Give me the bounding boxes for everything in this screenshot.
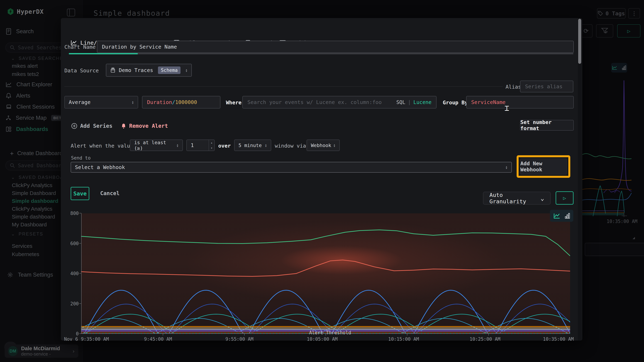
toggle-divider: | (408, 99, 411, 105)
text-cursor: ⌶ (504, 103, 509, 113)
alert-condition-select[interactable]: is at least (≥) ▴▾ (130, 140, 183, 151)
lucene-toggle[interactable]: Lucene (414, 99, 432, 105)
add-series-button[interactable]: Add Series (71, 123, 112, 129)
webhook-select[interactable]: Select a Webhook ▴▾ (71, 162, 512, 173)
where-search-input[interactable]: Search your events w/ Lucene ex. column:… (242, 96, 436, 108)
aggregation-select[interactable]: Average ▴▾ (64, 96, 138, 108)
alert-prefix-label: Alert when the value (71, 143, 133, 149)
hyperdx-app: HyperDX Search Saved Searches ⌄ SAVED SE… (0, 0, 644, 362)
remove-alert-button[interactable]: Remove Alert (121, 123, 168, 129)
chart-type-toggle[interactable] (550, 210, 573, 222)
granularity-select[interactable]: Auto Granularity ⌄ (483, 192, 550, 204)
y-tick-label: 0 (62, 331, 79, 337)
alert-window-select[interactable]: 5 minute ▴▾ (234, 140, 271, 151)
run-chart-button[interactable]: ▷ (556, 191, 574, 204)
where-label: Where (226, 100, 242, 106)
x-tick-label: 10:25:00 AM (470, 337, 500, 342)
select-chevrons-icon: ▴▾ (265, 144, 267, 147)
select-chevrons-icon: ▴▾ (334, 144, 336, 147)
x-tick-label: 10:15:00 AM (388, 337, 419, 342)
y-tick-label: 200 (62, 301, 79, 306)
active-tab-indicator (69, 53, 138, 54)
y-tick-label: 800 (62, 211, 79, 216)
set-number-format-button[interactable]: Set number format (520, 120, 574, 131)
tab-underline (69, 53, 573, 54)
over-label: over (218, 143, 231, 149)
series-field-input[interactable]: Duration/1000000 (142, 96, 220, 108)
x-tick-mark (407, 333, 407, 336)
field-token: Duration (147, 99, 172, 105)
alert-channel-select[interactable]: Webhook ▴▾ (306, 140, 340, 151)
schema-badge: Schema (158, 66, 180, 74)
chart-name-input[interactable]: Duration by Service Name (97, 41, 574, 53)
select-chevrons-icon: ▴▾ (176, 144, 178, 147)
x-tick-mark (326, 333, 326, 336)
scrollbar-thumb[interactable] (578, 19, 581, 64)
save-button[interactable]: Save (71, 187, 89, 200)
plus-circle-icon (71, 123, 77, 129)
x-tick-label: Nov 6 9:35:00 AM (64, 337, 109, 342)
chart-plot[interactable]: Alert Threshold (81, 213, 570, 334)
cancel-button[interactable]: Cancel (100, 190, 120, 196)
select-chevrons-icon: ▴▾ (506, 166, 508, 169)
x-tick-label: 10:35:00 AM (543, 337, 574, 342)
data-source-label: Data Source (64, 68, 99, 74)
add-new-webhook-button[interactable]: Add New Webhook (520, 159, 567, 175)
series-divider (64, 86, 503, 87)
line-chart-icon (554, 213, 560, 219)
send-to-label: Send to (71, 155, 91, 161)
chevron-down-icon: ⌄ (540, 194, 544, 202)
chart-name-label: Chart Name (64, 44, 96, 50)
sql-toggle[interactable]: SQL (396, 99, 405, 105)
field-token: 1000000 (175, 99, 197, 105)
field-token: / (172, 99, 175, 105)
select-chevrons-icon: ▴▾ (186, 68, 188, 72)
x-tick-mark (488, 333, 489, 336)
x-tick-label: 9:55:00 AM (226, 337, 254, 342)
alert-threshold-input[interactable]: 1 ▴▾ (186, 140, 215, 151)
x-tick-label: 10:05:00 AM (307, 337, 338, 342)
edit-chart-modal: Line/Bar Table 123 Number Search Markdow… (61, 18, 582, 341)
database-icon (110, 67, 116, 73)
x-tick-mark (244, 333, 244, 336)
field-expression: Duration/1000000 (147, 99, 197, 105)
bell-icon (121, 123, 126, 129)
number-spinner[interactable]: ▴▾ (208, 140, 214, 151)
window-via-label: window via (275, 143, 306, 149)
group-by-input[interactable]: ServiceName (466, 96, 574, 108)
bar-chart-icon (565, 213, 570, 219)
y-tick-label: 600 (62, 241, 79, 246)
x-tick-label: 9:45:00 AM (144, 337, 172, 342)
series-alias-input[interactable]: Series alias (520, 81, 573, 92)
alert-threshold-label: Alert Threshold (309, 330, 351, 335)
modal-scrollbar[interactable] (578, 18, 582, 341)
group-by-label: Group By (443, 100, 468, 106)
x-tick-mark (163, 333, 163, 336)
play-icon: ▷ (563, 195, 566, 201)
select-chevrons-icon: ▴▾ (132, 100, 134, 104)
data-source-select[interactable]: Demo Traces Schema ▴▾ (106, 64, 192, 77)
alias-label: Alias (506, 84, 521, 90)
y-tick-label: 400 (62, 271, 79, 276)
